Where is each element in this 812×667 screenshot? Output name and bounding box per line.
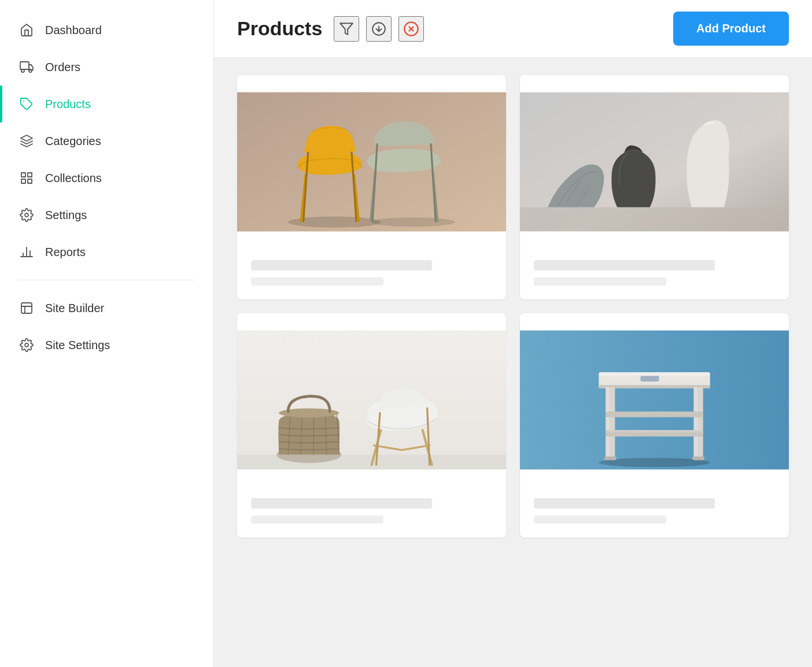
product-info-2: [520, 249, 789, 299]
filter-icon: [339, 21, 354, 36]
svg-rect-61: [692, 457, 704, 460]
close-circle-icon: [403, 21, 419, 37]
product-card-1[interactable]: [237, 75, 506, 299]
tag-icon: [19, 96, 35, 112]
add-product-button[interactable]: Add Product: [673, 12, 789, 46]
product-name-4: [534, 498, 715, 509]
main-content: Products: [214, 0, 812, 667]
product-image-4: [520, 313, 789, 487]
sidebar-item-settings[interactable]: Settings: [0, 197, 213, 234]
product-price-4: [534, 516, 666, 524]
svg-point-2: [29, 69, 32, 72]
svg-rect-47: [520, 331, 789, 470]
svg-rect-60: [604, 457, 617, 460]
sidebar-item-dashboard-label: Dashboard: [45, 24, 102, 37]
svg-point-25: [372, 217, 455, 227]
svg-rect-8: [28, 179, 32, 183]
svg-rect-37: [237, 331, 506, 470]
svg-rect-14: [21, 303, 32, 313]
page-title: Products: [237, 17, 322, 40]
sidebar-item-products-label: Products: [45, 98, 91, 111]
svg-point-9: [25, 213, 28, 217]
export-icon: [371, 21, 386, 36]
header-left: Products: [237, 16, 424, 42]
svg-rect-51: [599, 385, 710, 388]
product-image-1: [237, 75, 506, 249]
product-card-4[interactable]: [520, 313, 789, 538]
svg-marker-4: [21, 135, 32, 141]
sidebar-item-settings-label: Settings: [45, 209, 87, 222]
svg-marker-16: [341, 23, 353, 35]
sidebar-item-collections-label: Collections: [45, 172, 102, 185]
svg-rect-50: [599, 372, 710, 376]
header-icon-group: [334, 16, 424, 42]
orders-icon: [19, 59, 35, 75]
sidebar-item-products[interactable]: Products: [0, 86, 213, 123]
product-name-2: [534, 260, 715, 270]
close-button[interactable]: [398, 16, 424, 42]
svg-rect-5: [21, 173, 25, 177]
site-builder-icon: [19, 300, 35, 316]
svg-rect-7: [21, 179, 25, 183]
product-name-3: [251, 498, 432, 509]
svg-rect-59: [606, 412, 703, 417]
product-card-3[interactable]: [237, 313, 506, 538]
svg-rect-52: [640, 376, 659, 381]
svg-rect-6: [28, 173, 32, 177]
svg-rect-0: [20, 62, 29, 69]
product-image-3: [237, 313, 506, 487]
gear-icon: [19, 207, 35, 223]
sidebar-item-reports[interactable]: Reports: [0, 234, 213, 270]
sidebar-item-site-settings[interactable]: Site Settings: [0, 327, 213, 364]
product-info-4: [520, 487, 789, 538]
svg-rect-58: [606, 430, 703, 432]
svg-rect-36: [520, 207, 789, 232]
sidebar-item-site-builder[interactable]: Site Builder: [0, 290, 213, 327]
product-grid: [237, 75, 789, 538]
site-settings-icon: [19, 337, 35, 353]
sidebar-item-categories-label: Categories: [45, 135, 101, 148]
svg-rect-54: [606, 387, 609, 459]
home-icon: [19, 22, 35, 38]
sidebar-item-dashboard[interactable]: Dashboard: [0, 12, 213, 49]
bar-chart-icon: [19, 244, 35, 260]
sidebar-item-collections[interactable]: Collections: [0, 160, 213, 197]
product-image-2: [520, 75, 789, 249]
svg-rect-56: [694, 387, 697, 459]
product-card-2[interactable]: [520, 75, 789, 299]
product-list-content: [214, 58, 812, 667]
sidebar-item-site-settings-label: Site Settings: [45, 339, 110, 352]
sidebar-item-categories[interactable]: Categories: [0, 123, 213, 160]
product-info-1: [237, 249, 506, 299]
grid-icon: [19, 170, 35, 186]
svg-point-1: [21, 69, 24, 72]
product-name-1: [251, 260, 432, 270]
filter-button[interactable]: [334, 16, 359, 42]
sidebar-item-reports-label: Reports: [45, 246, 86, 259]
product-price-2: [534, 277, 666, 286]
sidebar: Dashboard Orders Products: [0, 0, 214, 667]
page-header: Products: [214, 0, 812, 58]
export-button[interactable]: [366, 16, 392, 42]
product-info-3: [237, 487, 506, 538]
layers-icon: [19, 133, 35, 149]
sidebar-item-orders-label: Orders: [45, 61, 80, 74]
svg-point-15: [25, 343, 28, 347]
sidebar-item-orders[interactable]: Orders: [0, 49, 213, 86]
product-price-1: [251, 277, 383, 286]
sidebar-item-site-builder-label: Site Builder: [45, 302, 104, 315]
sidebar-divider: [19, 280, 195, 280]
product-price-3: [251, 516, 383, 524]
